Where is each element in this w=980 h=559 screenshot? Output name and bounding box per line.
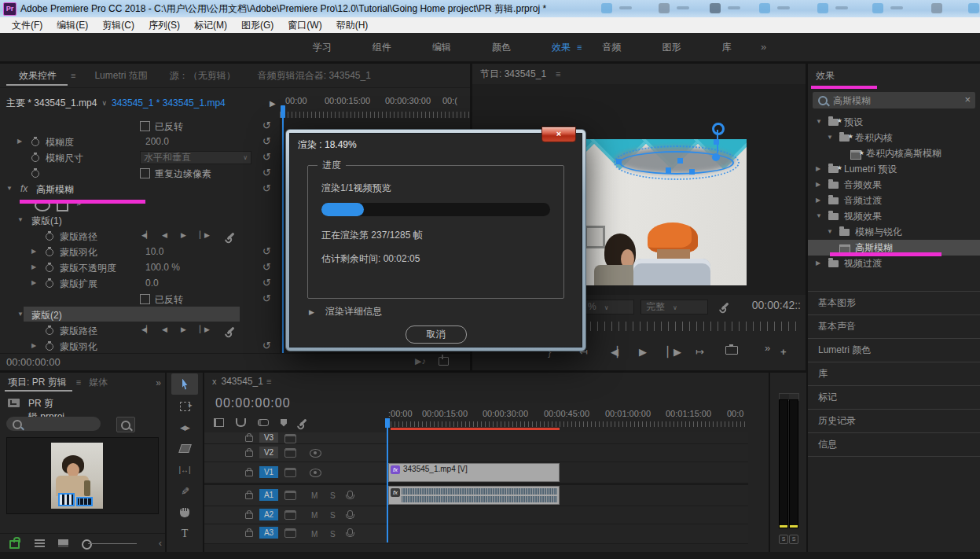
clear-search-icon[interactable]: ×	[964, 94, 971, 105]
expand-icon[interactable]: ▶	[816, 197, 820, 204]
zoom-slider-track[interactable]	[88, 543, 137, 544]
chevron-left-icon[interactable]: ‹	[159, 537, 162, 549]
reset-icon[interactable]: ↺	[262, 167, 271, 178]
track-v1[interactable]: V1 fx 343545_1.mp4 [V]	[204, 462, 748, 484]
tree-item-audio-transitions[interactable]: ▶ 音频过渡	[808, 193, 980, 208]
source-patch-icon[interactable]	[284, 491, 296, 500]
tool-pen[interactable]: ✎	[167, 480, 203, 502]
tab-libraries[interactable]: 库	[808, 362, 980, 385]
workspace-tab-graphics[interactable]: 图形	[641, 41, 701, 54]
track-lane[interactable]	[387, 444, 748, 462]
settings-wrench-icon[interactable]	[721, 303, 729, 311]
stopwatch-icon[interactable]	[46, 233, 53, 241]
timeline-timecode[interactable]: 00:00:00:00	[215, 396, 291, 410]
tool-type[interactable]: T	[167, 523, 203, 544]
track-lane[interactable]	[387, 506, 748, 524]
list-view-icon[interactable]	[35, 539, 45, 547]
more-buttons-icon[interactable]: »	[765, 342, 770, 354]
next-keyframe-icon[interactable]: ▶	[181, 231, 185, 239]
param-value[interactable]: 200.0	[145, 136, 169, 147]
timeline-settings-wrench-icon[interactable]	[299, 419, 307, 427]
solo-left-button[interactable]: S	[779, 535, 788, 544]
tree-item-convolution-gaussian-blur[interactable]: 卷积内核高斯模糊	[808, 145, 980, 161]
stopwatch-icon[interactable]	[46, 327, 53, 335]
expand-icon[interactable]: ▶	[31, 264, 36, 270]
tab-lumetri-color[interactable]: Lumetri 颜色	[808, 338, 980, 362]
add-marker-icon[interactable]	[281, 419, 287, 427]
search-input[interactable]: 高斯模糊	[833, 94, 871, 108]
stopwatch-icon[interactable]	[31, 138, 39, 146]
reset-icon[interactable]: ↺	[262, 245, 271, 257]
prev-keyframe-icon[interactable]: ◀	[162, 231, 167, 239]
param-value[interactable]: 100.0 %	[145, 262, 180, 273]
tab-essential-sound[interactable]: 基本声音	[808, 314, 980, 338]
workspace-tab-libraries[interactable]: 库	[701, 41, 751, 54]
menu-help[interactable]: 帮助(H)	[329, 19, 376, 32]
collapse-icon[interactable]: ▼	[816, 119, 822, 125]
repeat-edge-pixels-checkbox[interactable]	[140, 168, 150, 178]
collapse-icon[interactable]: ▼	[816, 213, 822, 219]
source-patch-icon[interactable]	[284, 468, 296, 477]
track-label-a1[interactable]: A1	[259, 489, 278, 501]
param-value[interactable]: 10.0	[145, 246, 163, 257]
track-lane[interactable]	[387, 432, 748, 443]
source-patch-icon[interactable]	[284, 434, 296, 443]
audio-badge-icon[interactable]	[76, 497, 93, 506]
step-back-button[interactable]: ◀▏	[611, 346, 623, 358]
timeline-ruler[interactable]: :00:00 00:00:15:00 00:00:30:00 00:00:45:…	[387, 407, 748, 428]
track-a3[interactable]: A3MS	[204, 524, 748, 544]
stopwatch-icon[interactable]	[46, 248, 53, 256]
menu-clip[interactable]: 剪辑(C)	[95, 19, 141, 32]
track-label-v1[interactable]: V1	[259, 466, 278, 478]
source-patch-icon[interactable]	[284, 528, 296, 538]
writable-lock-icon[interactable]	[9, 540, 20, 549]
stopwatch-icon[interactable]	[46, 343, 53, 351]
menu-markers[interactable]: 标记(M)	[187, 19, 234, 32]
tab-project[interactable]: 项目: PR 剪辑	[8, 376, 73, 389]
tree-item-convolution-kernel[interactable]: ▼ 卷积内核	[808, 130, 980, 145]
tab-lumetri-scopes[interactable]: Lumetri 范围	[83, 69, 158, 83]
export-frame-button[interactable]	[725, 346, 738, 355]
panel-menu-icon[interactable]: ≡	[556, 69, 560, 79]
expand-icon[interactable]: ▶	[309, 308, 314, 316]
tab-markers[interactable]: 标记	[808, 385, 980, 409]
wrench-icon[interactable]	[227, 233, 235, 241]
play-audio-icon[interactable]: ▶♪	[415, 356, 426, 366]
stopwatch-icon[interactable]	[46, 264, 53, 272]
workspace-tab-assembly[interactable]: 组件	[352, 41, 412, 54]
audio-meter-left[interactable]	[779, 399, 788, 528]
collapse-icon[interactable]: ▼	[827, 134, 833, 141]
collapse-icon[interactable]: ▼	[827, 229, 833, 235]
panel-menu-icon[interactable]: ≡	[71, 71, 75, 80]
track-visibility-icon[interactable]	[310, 469, 321, 477]
expand-icon[interactable]: ▶	[31, 248, 36, 255]
program-timecode[interactable]: 00:00:42::	[752, 299, 801, 311]
reset-icon[interactable]: ↺	[262, 151, 271, 163]
tree-item-audio-effects[interactable]: ▶ 音频效果	[808, 177, 980, 193]
workspace-tab-editing[interactable]: 编辑	[412, 41, 472, 54]
track-label-a3[interactable]: A3	[259, 527, 278, 539]
close-sequence-icon[interactable]: x	[212, 377, 217, 386]
tool-slip[interactable]: |↔|	[167, 459, 203, 480]
reset-icon[interactable]: ↺	[262, 292, 271, 304]
source-patch-icon[interactable]	[284, 510, 296, 520]
tab-media-browser[interactable]: 媒体	[89, 376, 114, 389]
track-v2[interactable]: V2	[204, 444, 748, 462]
reset-icon[interactable]: ↺	[262, 135, 271, 147]
navigate-up-icon[interactable]	[8, 399, 20, 407]
solo-button[interactable]: S	[330, 530, 336, 539]
collapse-icon[interactable]: ▼	[17, 217, 24, 223]
solo-button[interactable]: S	[330, 511, 336, 520]
panel-overflow-icon[interactable]: »	[156, 377, 161, 388]
lock-icon[interactable]	[245, 470, 253, 476]
voiceover-mic-icon[interactable]	[347, 528, 353, 535]
tool-selection[interactable]	[171, 373, 198, 395]
current-timecode[interactable]: 00:00:00:00	[6, 356, 61, 368]
collapse-icon[interactable]: ▼	[6, 186, 13, 192]
tab-source-monitor[interactable]: 源：（无剪辑）	[159, 69, 247, 83]
zoom-slider-handle[interactable]	[82, 539, 92, 550]
stopwatch-icon[interactable]	[31, 170, 39, 178]
add-button[interactable]: +	[780, 346, 787, 358]
blur-dimensions-dropdown[interactable]: 水平和垂直∨	[140, 151, 251, 164]
expand-icon[interactable]: ▶	[17, 138, 22, 145]
